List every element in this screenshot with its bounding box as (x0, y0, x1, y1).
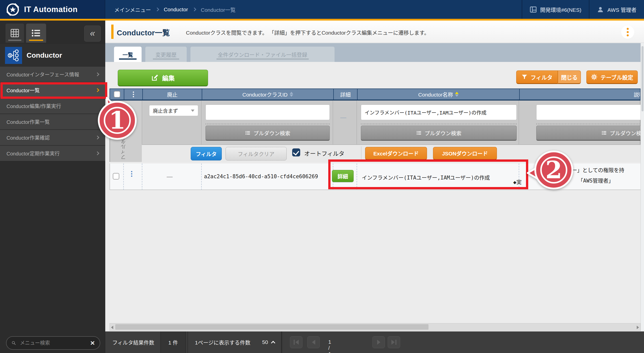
table-header-row: 廃止 ConductorクラスID 詳細 Conductor名称 説明 (110, 89, 640, 101)
breadcrumb-main-menu[interactable]: メインメニュー (114, 6, 151, 13)
header-right: 開発環境#6(NES) AWS 管理者 (522, 0, 644, 19)
environment-label: 開発環境#6(NES) (540, 6, 582, 13)
column-header-class-id[interactable]: ConductorクラスID (202, 89, 333, 100)
last-page-button[interactable] (388, 336, 400, 348)
apply-filter-button[interactable]: フィルタ (191, 147, 222, 160)
filter-toggle-button: フィルタ 閉じる (516, 70, 581, 84)
name-filter-input[interactable]: インフラメンバー(ITAユーザー,IAMユーザー)の作成 (361, 105, 517, 120)
vertical-scrollbar[interactable] (640, 43, 644, 331)
per-page-select[interactable]: 50 (256, 331, 282, 353)
svg-text:1: 1 (109, 106, 126, 134)
chevron-right-icon (155, 8, 159, 12)
chevron-right-icon (192, 8, 196, 12)
discard-filter-select[interactable]: 廃止含まず (149, 105, 198, 116)
sidebar-section-title: Conductor (27, 51, 62, 59)
chevron-right-icon (95, 72, 99, 76)
row-class-id: a2ac24c1-85d6-40cd-a510-cfd4ce606269 (204, 173, 332, 180)
tab-strip: 一覧 変更履歴 全件ダウンロード・ファイル一括登録 (105, 43, 644, 62)
class-id-filter-input[interactable] (205, 105, 330, 120)
table-footer: フィルタ結果件数 1 件 1ページに表示する件数 50 1 / 1 ページ (105, 331, 644, 353)
detail-filter-dash: — (340, 114, 346, 121)
filter-close-button[interactable]: 閉じる (558, 70, 581, 84)
divider (361, 146, 361, 160)
app-root: IT Automation メインメニュー Conductor Conducto… (0, 0, 644, 353)
user-menu[interactable]: AWS 管理者 (589, 0, 644, 19)
menu-search-input[interactable] (19, 340, 87, 346)
pagination: 1 / 1 ページ (282, 331, 282, 353)
svg-text:S: S (9, 53, 11, 57)
next-page-button[interactable] (372, 336, 385, 348)
filter-count-label-cell: フィルタ結果件数 (105, 331, 161, 353)
horizontal-scrollbar[interactable] (110, 323, 640, 331)
tab-bulk-download-register[interactable]: 全件ダウンロード・ファイル一括登録 (190, 47, 335, 62)
app-title: IT Automation (24, 5, 78, 14)
page-title: Conductor一覧 (117, 27, 170, 38)
sort-icons[interactable] (290, 92, 293, 97)
user-icon (597, 6, 604, 13)
scroll-right-icon[interactable] (637, 326, 639, 329)
filter-clear-button[interactable]: フィルタクリア (226, 147, 287, 160)
description-pulldown-search-button[interactable]: プルダウン検索 (536, 126, 640, 141)
select-caret-icon (191, 110, 194, 112)
row-description-fragment-line2: 「AWS管理者」 (578, 176, 614, 184)
table-settings-button[interactable]: テーブル設定 (586, 70, 638, 84)
filter-count-value-cell: 1 件 (161, 331, 186, 353)
excel-download-button[interactable]: Excelダウンロード (365, 147, 427, 160)
sidebar-collapse-button[interactable] (84, 26, 101, 42)
menu-search-box (6, 336, 100, 350)
vertical-scrollbar-thumb[interactable] (641, 46, 643, 111)
list-icon (245, 130, 251, 136)
prev-page-button[interactable] (307, 336, 320, 348)
page-titlebar: Conductor一覧 Conductorクラスを閲覧できます。 「詳細」を押下… (105, 21, 644, 43)
tab-list[interactable]: 一覧 (114, 47, 142, 62)
horizontal-scrollbar-thumb[interactable] (115, 324, 428, 330)
breadcrumb-conductor[interactable]: Conductor (164, 7, 188, 13)
breadcrumb-conductor-list: Conductor一覧 (201, 6, 236, 13)
autofilter-checkbox[interactable] (292, 148, 300, 156)
description-filter-cell-clipped: プルダウン検索 (534, 101, 640, 144)
row-kebab-menu-icon[interactable] (131, 171, 132, 177)
column-header-name[interactable]: Conductor名称 (357, 89, 519, 100)
callout-badge-2: 2 (523, 140, 583, 200)
edit-button[interactable]: 編集 (118, 70, 208, 86)
menu-list-tab[interactable] (26, 24, 46, 43)
per-page-label-cell: 1ページに表示する件数 (187, 331, 257, 353)
row-discard-value: — (167, 173, 173, 180)
class-id-pulldown-search-button[interactable]: プルダウン検索 (205, 126, 330, 141)
column-header-description-partial[interactable]: 説明 (519, 89, 640, 100)
caret-up-icon (271, 341, 275, 345)
highlight-box-detail-row (328, 159, 528, 189)
column-header-discard[interactable]: 廃止 (142, 89, 202, 100)
header-accent-bar (0, 19, 644, 21)
sidebar: S Conductor Conductorインターフェース情報 Conducto… (0, 21, 105, 353)
sort-icons-ascending[interactable] (455, 92, 459, 97)
menu-grid-tab[interactable] (6, 24, 24, 43)
json-download-button[interactable]: JSONダウンロード (433, 147, 497, 160)
page-indicator: 1 / 1 ページ (328, 339, 334, 353)
sidebar-item-conductor-interface-info[interactable]: Conductorインターフェース情報 (0, 67, 105, 82)
autofilter-label: オートフィルタ (304, 149, 345, 157)
chevron-right-icon (95, 151, 99, 155)
collapse-left-icon (90, 28, 95, 38)
brand[interactable]: IT Automation (0, 0, 105, 19)
clear-search-icon[interactable] (90, 339, 95, 347)
top-header: IT Automation メインメニュー Conductor Conducto… (0, 0, 644, 19)
page-menu-button[interactable] (621, 26, 634, 39)
edit-pencil-icon (151, 74, 159, 81)
user-label: AWS 管理者 (607, 6, 636, 13)
name-pulldown-search-button[interactable]: プルダウン検索 (361, 126, 517, 141)
tab-change-history[interactable]: 変更履歴 (145, 47, 187, 62)
page-description: Conductorクラスを閲覧できます。 「詳細」を押下するとConductor… (186, 29, 430, 36)
first-page-button[interactable] (290, 336, 302, 348)
description-filter-input[interactable] (536, 105, 640, 120)
column-header-detail[interactable]: 詳細 (333, 89, 357, 100)
list-icon (601, 130, 607, 136)
sidebar-tabbar (0, 23, 105, 43)
scroll-left-icon[interactable] (111, 326, 113, 329)
gear-icon (591, 74, 597, 80)
app-logo-icon (6, 3, 20, 16)
funnel-icon (521, 74, 527, 80)
row-checkbox[interactable] (113, 173, 119, 180)
filter-button[interactable]: フィルタ (516, 70, 558, 84)
environment-selector[interactable]: 開発環境#6(NES) (522, 0, 589, 19)
